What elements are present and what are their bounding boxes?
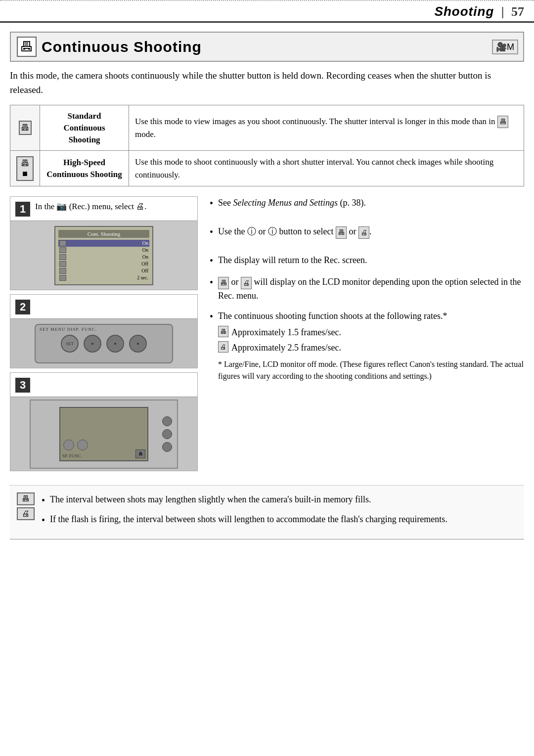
- standard-name-cell: Standard ContinuousShooting: [40, 105, 129, 151]
- camera-btn-menu: ●: [84, 335, 101, 353]
- bullet-1: • See Selecting Menus and Settings (p. 3…: [210, 196, 524, 210]
- step-2-header: 2: [10, 295, 197, 318]
- step-2-block: 2 SET MENU DISP. FUNC. SET ● ● ●: [10, 294, 198, 368]
- lcd-row-5: Off: [58, 267, 149, 274]
- bullet-content-2: Use the ⓘ or ⓘ button to select 🖷 or 🖨.: [218, 225, 371, 238]
- bullet-5: • The continuous shooting function shoot…: [210, 310, 524, 382]
- lcd-icon: [59, 240, 66, 246]
- camera-btn-func: ●: [129, 335, 147, 353]
- lcd-title: Cont. Shooting: [58, 230, 149, 238]
- lcd-icon: [59, 261, 66, 267]
- standard-name: Standard ContinuousShooting: [63, 111, 105, 144]
- lcd-row-6: 2 sec.: [58, 274, 149, 281]
- mode-table: 🖷 Standard ContinuousShooting Use this m…: [10, 105, 524, 186]
- bullet-dot-4: •: [210, 275, 213, 289]
- bullet-content-1: See Selecting Menus and Settings (p. 38)…: [218, 196, 366, 210]
- camera-btn-set: SET: [61, 335, 79, 353]
- rate-2-icon: 🖨: [218, 341, 228, 353]
- note-content: • The interval between shots may lengthe…: [42, 492, 447, 532]
- section-title: Continuous Shooting: [42, 39, 202, 55]
- bullet-content-5: The continuous shooting function shoots …: [218, 310, 524, 382]
- table-row: 🖷 Standard ContinuousShooting Use this m…: [10, 105, 524, 151]
- lcd-text-3: On: [142, 254, 148, 260]
- standard-shooting-icon: 🖷: [19, 121, 32, 135]
- mode-icon-inline: 🖷: [497, 116, 508, 128]
- footnote: * Large/Fine, LCD monitor off mode. (The…: [218, 358, 524, 382]
- hs-icon-inline-2: 🖨: [241, 277, 252, 289]
- lcd-icon: [59, 254, 66, 260]
- note-box: 🖷 🖨 • The interval between shots may len…: [10, 485, 524, 539]
- bullet-2: • Use the ⓘ or ⓘ button to select 🖷 or 🖨…: [210, 225, 524, 239]
- page-header: Shooting | 57: [0, 1, 534, 23]
- note-bullet-dot-2: •: [42, 512, 45, 528]
- step-3-image: SP. FUNC. 🖷: [10, 397, 197, 471]
- note-icon-1: 🖷: [17, 492, 35, 505]
- highspeed-name-cell: High-SpeedContinuous Shooting: [40, 151, 129, 186]
- lcd-text-1: On: [142, 240, 148, 246]
- camera-btn-disp: ●: [106, 335, 124, 353]
- bullet-content-4: 🖷 or 🖨 will display on the LCD monitor d…: [218, 275, 524, 302]
- note-bullet-2: • If the flash is firing, the interval b…: [42, 512, 447, 528]
- camera-body: SET MENU DISP. FUNC. SET ● ● ●: [35, 324, 173, 363]
- camera-back: SP. FUNC. 🖷: [30, 400, 178, 469]
- lcd-icon: [59, 275, 66, 281]
- header-title: Shooting: [435, 4, 494, 19]
- lcd-row-3: On: [58, 254, 149, 261]
- camera-back-controls: [162, 416, 172, 452]
- header-separator: |: [498, 4, 507, 19]
- lcd-text-2: On: [142, 247, 148, 253]
- section-icon: 🖷: [17, 37, 37, 57]
- highspeed-shooting-icon: 🖷■: [16, 156, 34, 181]
- standard-desc-cell: Use this mode to view images as you shoo…: [129, 105, 524, 151]
- bullet-4: • 🖷 or 🖨 will display on the LCD monitor…: [210, 275, 524, 302]
- step-2-number: 2: [15, 300, 30, 314]
- lcd-text-5: Off: [141, 268, 148, 273]
- steps-right: • See Selecting Menus and Settings (p. 3…: [198, 196, 524, 475]
- camera-label: SET MENU DISP. FUNC.: [40, 327, 97, 332]
- step-3-text: [35, 377, 37, 389]
- italic-ref: Selecting Menus and Settings: [233, 198, 338, 208]
- note-icon-stack: 🖷 🖨: [17, 492, 35, 520]
- note-icon-2: 🖨: [17, 507, 35, 520]
- steps-left: 1 In the 📷 (Rec.) menu, select 🖨. Cont. …: [10, 196, 198, 475]
- note-bullet-dot-1: •: [42, 492, 45, 508]
- bullet-dot-3: •: [210, 254, 213, 267]
- note-text-2: If the flash is firing, the interval bet…: [50, 512, 447, 527]
- highspeed-name: High-SpeedContinuous Shooting: [46, 158, 122, 179]
- step-1-header: 1 In the 📷 (Rec.) menu, select 🖨.: [10, 197, 197, 221]
- step-1-block: 1 In the 📷 (Rec.) menu, select 🖨. Cont. …: [10, 196, 198, 290]
- steps-container: 1 In the 📷 (Rec.) menu, select 🖨. Cont. …: [10, 196, 524, 475]
- step-1-number: 1: [15, 202, 30, 217]
- ctrl-btn-2: [162, 429, 172, 439]
- highspeed-icon-cell: 🖷■: [10, 151, 40, 186]
- highspeed-desc-cell: Use this mode to shoot continuously with…: [129, 151, 524, 186]
- std-icon-inline: 🖷: [336, 226, 347, 239]
- bullet-dot-5: •: [210, 310, 213, 323]
- lcd-row-4: Off: [58, 261, 149, 267]
- step-3-header: 3: [10, 373, 197, 397]
- page-number: 57: [511, 4, 524, 19]
- lcd-row-1: On: [58, 240, 149, 247]
- step-2-image: SET MENU DISP. FUNC. SET ● ● ●: [10, 318, 197, 368]
- bullet-dot-2: •: [210, 225, 213, 239]
- rate-1-icon: 🖷: [218, 326, 228, 338]
- ctrl-btn-1: [162, 416, 172, 426]
- step-2-text: [35, 299, 37, 311]
- hs-icon-inline: 🖨: [358, 226, 369, 239]
- bullet-3: • The display will return to the Rec. sc…: [210, 254, 524, 267]
- rate-1: 🖷 Approximately 1.5 frames/sec.: [218, 326, 524, 339]
- step-1-text: In the 📷 (Rec.) menu, select 🖨.: [35, 201, 146, 213]
- ctrl-btn-3: [162, 442, 172, 452]
- section-title-bar: 🖷 Continuous Shooting 🎥M: [10, 32, 524, 62]
- bullet-dot-1: •: [210, 196, 213, 210]
- lcd-row-2: On: [58, 247, 149, 254]
- std-icon-inline-2: 🖷: [218, 277, 229, 289]
- table-row: 🖷■ High-SpeedContinuous Shooting Use thi…: [10, 151, 524, 186]
- intro-text: In this mode, the camera shoots continuo…: [10, 69, 524, 97]
- lcd-icon: [59, 247, 66, 253]
- note-bullet-1: • The interval between shots may lengthe…: [42, 492, 447, 508]
- mode-badge: 🎥M: [492, 40, 518, 54]
- step-3-block: 3 SP. FUNC. 🖷: [10, 372, 198, 471]
- step-1-image: Cont. Shooting On On On: [10, 221, 197, 290]
- rate-1-text: Approximately 1.5 frames/sec.: [231, 326, 341, 339]
